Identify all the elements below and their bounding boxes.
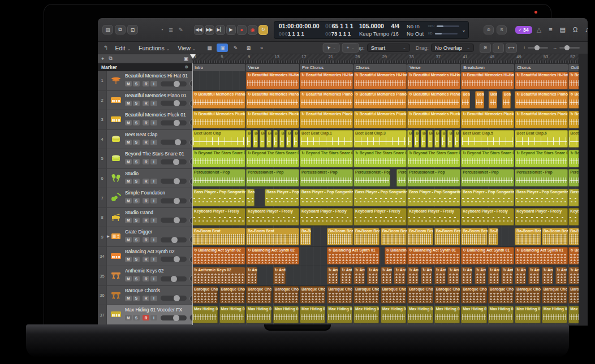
region[interactable]: ↻ Anthemic Keys 02 (273, 267, 286, 284)
grid-view-icon[interactable]: ▦ (204, 44, 215, 52)
region[interactable]: Baroque Chords (515, 286, 540, 304)
region[interactable]: Baroque Chords (353, 286, 379, 304)
region[interactable]: Ba-Boom Beat (381, 228, 407, 245)
mute-button[interactable]: M (125, 276, 132, 281)
region[interactable]: Beautiful Memories Piano 02.3 (502, 91, 511, 109)
region[interactable]: Beet Beat Clap (273, 130, 278, 148)
region[interactable]: ↻ Balancing Act Synth 01 (407, 247, 460, 265)
region[interactable]: Beet Beat Clap (441, 130, 446, 148)
region[interactable]: ↻ Beautiful Memories Pluck 02 (300, 111, 353, 128)
region[interactable]: Beet Beat Clap (266, 130, 271, 148)
input-monitor-button[interactable]: I (150, 140, 157, 145)
region[interactable]: ↻ Anthemic Keys 02 (515, 267, 526, 284)
mute-button[interactable]: M (125, 179, 132, 184)
smart-controls-icon[interactable]: ◔ (160, 27, 163, 33)
region[interactable]: ↻ Beyond The Stars Snare 02 (300, 150, 353, 167)
lcd-options-chevron[interactable]: ⌄ (462, 27, 466, 33)
region[interactable]: Beet Beat Clap (286, 130, 291, 148)
region[interactable]: Ba-Boom Beat (461, 228, 487, 245)
record-enable-button[interactable]: R (143, 140, 149, 145)
region[interactable]: ↻ Beautiful Memories Piano 02.1 (353, 91, 407, 109)
region[interactable]: Beet Beat Clap.5 (461, 130, 514, 148)
tuner-button[interactable]: ⊘ (484, 25, 494, 34)
region[interactable]: Baroque Chords (407, 286, 433, 304)
region[interactable]: ↻ Beautiful Memories Pluck 02.1 (353, 111, 407, 128)
region[interactable]: ↻ Anthemic Keys 02 (447, 267, 459, 284)
region[interactable]: Max Hiding 01 Vocoder FX (192, 306, 218, 323)
record-button[interactable]: ● (237, 25, 247, 35)
mute-button[interactable]: M (125, 237, 132, 242)
input-monitor-button[interactable]: I (150, 315, 157, 320)
region[interactable]: Ba-Boom Beat (407, 228, 433, 245)
region[interactable]: Max Hiding 01 Vocoder FX (434, 306, 460, 323)
flex-icon[interactable]: ⊠ (243, 44, 254, 52)
forward-button[interactable]: ▶▶ (205, 25, 214, 35)
record-enable-button[interactable]: R (143, 81, 149, 86)
region[interactable]: Percussionist - Pop (407, 169, 460, 187)
mute-button[interactable]: M (125, 218, 132, 223)
input-monitor-button[interactable]: I (150, 120, 157, 125)
track-header-9[interactable]: 9▶Crate DiggerMSRI (98, 227, 192, 247)
region[interactable]: ↻ Beautiful Memories Hi-Hat 03.3 (568, 72, 579, 89)
volume-slider[interactable] (161, 81, 187, 86)
solo-button[interactable]: S (497, 25, 507, 34)
region[interactable]: Bass Player - Pop Songwriter (407, 189, 460, 206)
solo-button[interactable]: S (133, 120, 140, 125)
region[interactable]: ↻ Beautiful Memories Pluck 01.2 (515, 111, 568, 128)
lcd-display[interactable]: 01:00:00:00.00 0001 1 1 1 0065 1 1 1 007… (274, 21, 469, 39)
track-header-1[interactable]: 1Beautiful Memories Hi-Hat 01MSRI (98, 71, 192, 91)
bar-ruler[interactable]: 159131721252933374145495357 (192, 54, 579, 60)
browsers-icon[interactable]: ♫ (585, 26, 588, 33)
region[interactable]: ↻ Anthemic Keys 02 (528, 267, 540, 284)
track-header-36[interactable]: 36Baroque ChordsMSRI (98, 286, 192, 306)
region[interactable]: ↻ Balancing Act Synth 01 (385, 247, 407, 265)
horizontal-auto-zoom-button[interactable]: ⟷ (506, 44, 517, 53)
region[interactable]: ↻ Balancing Act Synth 01 (327, 247, 380, 265)
track-header-8[interactable]: 8Studio GrandMSRI (98, 208, 192, 228)
region[interactable]: Baroque Chords (192, 286, 218, 304)
region[interactable]: Beet Beat Clap (279, 130, 284, 148)
track-header-7[interactable]: 7Simple FoundationMSRI (98, 188, 192, 208)
add-track-button[interactable]: + (101, 56, 104, 62)
region[interactable]: ↻ Beautiful Memories Piano 02.3 (568, 91, 579, 109)
cycle-button[interactable]: ↻ (258, 25, 268, 35)
volume-slider[interactable] (161, 140, 187, 145)
volume-slider[interactable] (161, 218, 187, 223)
mute-button[interactable]: M (125, 296, 132, 301)
mute-button[interactable]: M (125, 120, 132, 125)
solo-button[interactable]: S (133, 276, 140, 281)
track-header-config-button[interactable]: ▣ (183, 56, 188, 62)
region[interactable]: ↻ Beautiful Memories Piano 01.2 (515, 91, 568, 109)
region[interactable]: Ba-Boom Beat (327, 228, 353, 245)
mute-button[interactable]: M (125, 315, 132, 320)
region[interactable]: Ba-Boom Beat (434, 228, 460, 245)
solo-button[interactable]: S (133, 159, 140, 164)
library-button[interactable]: ▤ (102, 25, 113, 34)
region[interactable]: Max Hiding 01 Vocoder FX (568, 306, 579, 323)
mixer-icon[interactable]: ≣ (169, 27, 173, 33)
volume-slider[interactable] (161, 315, 187, 320)
region[interactable]: Ba-Boom Beat (353, 228, 380, 245)
list-editors-icon[interactable]: ≡ (549, 26, 552, 33)
marker-section[interactable]: Intro (192, 64, 245, 71)
region[interactable]: Ba-Boom Beat (246, 228, 299, 245)
global-marker-track[interactable]: Marker ⊕ (98, 63, 192, 71)
solo-button[interactable]: S (133, 81, 140, 86)
waveform-zoom-button[interactable]: ≋ (480, 44, 491, 53)
region[interactable]: ↻ Beautiful Memories Hi-Hat 02 (300, 72, 353, 89)
region[interactable]: Beet Beat Clap (454, 130, 459, 148)
region[interactable]: ↻ Beautiful Memories Pluck 01.1 (246, 111, 299, 128)
region[interactable]: Baroque Chords (434, 286, 460, 304)
track-header-5[interactable]: 5Beyond The Stars Snare 01MSRI (98, 149, 192, 169)
region[interactable]: Max Hiding 01 Vocoder FX (407, 306, 433, 323)
region[interactable]: ↻ Beyond The Stars Snare 01 (192, 150, 245, 167)
region[interactable]: ↻ Beautiful Memories Hi-Hat 03.1 (246, 72, 299, 89)
volume-slider[interactable] (161, 120, 187, 125)
region[interactable]: Percussionist - Pop (568, 169, 579, 187)
region[interactable]: Percussionist - Pop (246, 169, 299, 187)
play-button[interactable]: ▶ (226, 25, 236, 35)
region[interactable]: ↻ Beyond The Stars Snare 01.2 (515, 150, 568, 167)
region[interactable]: Bass Player - Pop Songwriter (265, 189, 299, 206)
region[interactable]: ↻ Balancing Act Synth 02 (192, 247, 245, 265)
playhead-line[interactable] (192, 63, 193, 325)
